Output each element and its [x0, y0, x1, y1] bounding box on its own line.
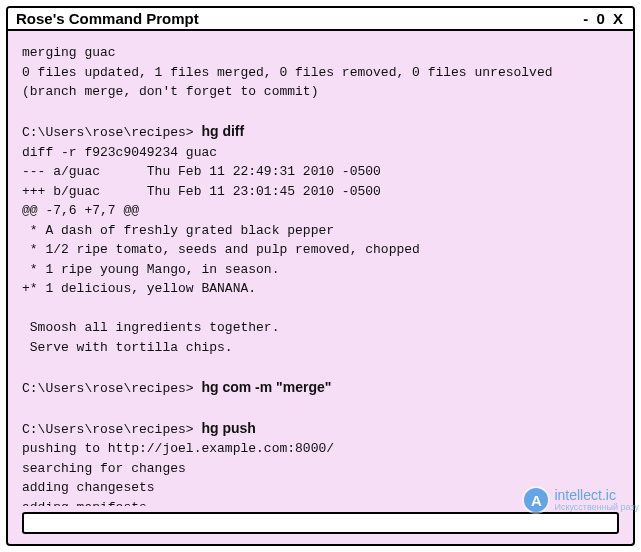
out-line: Serve with tortilla chips.	[22, 340, 233, 355]
out-line: adding manifests	[22, 500, 147, 507]
out-line: merging guac	[22, 45, 116, 60]
out-line: * A dash of freshly grated black pepper	[22, 223, 334, 238]
out-line: diff -r f923c9049234 guac	[22, 145, 217, 160]
terminal-output: merging guac 0 files updated, 1 files me…	[8, 31, 633, 506]
out-line: searching for changes	[22, 461, 186, 476]
window-controls[interactable]: - 0 X	[583, 10, 625, 27]
prompt: C:\Users\rose\recipes>	[22, 125, 201, 140]
prompt: C:\Users\rose\recipes>	[22, 422, 201, 437]
out-line: +* 1 delicious, yellow BANANA.	[22, 281, 256, 296]
window-title: Rose's Command Prompt	[16, 10, 199, 27]
command-input-row	[22, 512, 619, 534]
command-commit: hg com -m "merge"	[201, 379, 331, 395]
command-input[interactable]	[22, 512, 619, 534]
command-push: hg push	[201, 420, 255, 436]
out-line: +++ b/guac Thu Feb 11 23:01:45 2010 -050…	[22, 184, 381, 199]
out-line: (branch merge, don't forget to commit)	[22, 84, 318, 99]
out-line: pushing to http://joel.example.com:8000/	[22, 441, 334, 456]
titlebar: Rose's Command Prompt - 0 X	[8, 8, 633, 31]
out-line: @@ -7,6 +7,7 @@	[22, 203, 139, 218]
out-line: * 1 ripe young Mango, in season.	[22, 262, 279, 277]
out-line: --- a/guac Thu Feb 11 22:49:31 2010 -050…	[22, 164, 381, 179]
terminal-window: Rose's Command Prompt - 0 X merging guac…	[6, 6, 635, 546]
out-line: Smoosh all ingredients together.	[22, 320, 279, 335]
out-line: 0 files updated, 1 files merged, 0 files…	[22, 65, 553, 80]
out-line: adding changesets	[22, 480, 155, 495]
out-line: * 1/2 ripe tomato, seeds and pulp remove…	[22, 242, 420, 257]
prompt: C:\Users\rose\recipes>	[22, 381, 201, 396]
command-diff: hg diff	[201, 123, 244, 139]
